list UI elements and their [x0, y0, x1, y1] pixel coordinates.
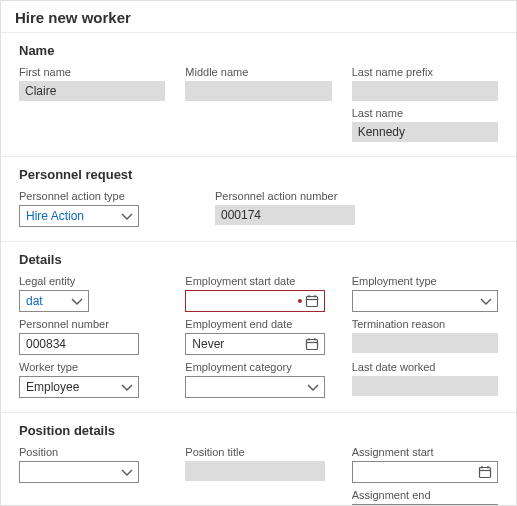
personnel-number-value: 000834: [26, 337, 66, 351]
worker-type-label: Worker type: [19, 361, 165, 373]
first-name-field: Claire: [19, 81, 165, 101]
legal-entity-value: dat: [26, 294, 43, 308]
calendar-icon[interactable]: [304, 294, 320, 308]
worker-type-value: Employee: [26, 380, 79, 394]
emp-end-label: Employment end date: [185, 318, 331, 330]
emp-start-field[interactable]: •: [185, 290, 325, 312]
chevron-down-icon: [306, 381, 320, 393]
position-title-field: [185, 461, 325, 481]
position-select[interactable]: [19, 461, 139, 483]
middle-name-label: Middle name: [185, 66, 331, 78]
calendar-icon[interactable]: [477, 465, 493, 479]
chevron-down-icon: [120, 466, 134, 478]
legal-entity-select[interactable]: dat: [19, 290, 89, 312]
worker-type-select[interactable]: Employee: [19, 376, 139, 398]
section-name: Name First name Claire Middle name Last …: [1, 32, 516, 156]
page-title: Hire new worker: [1, 1, 516, 32]
last-name-field: Kennedy: [352, 122, 498, 142]
calendar-icon[interactable]: [304, 337, 320, 351]
term-reason-label: Termination reason: [352, 318, 498, 330]
action-type-value: Hire Action: [26, 209, 84, 223]
chevron-down-icon: [120, 210, 134, 222]
last-name-prefix-field: [352, 81, 498, 101]
emp-end-value: Never: [192, 337, 224, 351]
assign-end-label: Assignment end: [352, 489, 498, 501]
legal-entity-label: Legal entity: [19, 275, 165, 287]
last-name-prefix-label: Last name prefix: [352, 66, 498, 78]
term-reason-field: [352, 333, 498, 353]
chevron-down-icon: [70, 295, 84, 307]
section-position: Position details Position Position title…: [1, 412, 516, 506]
section-title-name: Name: [19, 39, 498, 66]
position-title-label: Position title: [185, 446, 331, 458]
chevron-down-icon: [120, 381, 134, 393]
action-number-field: 000174: [215, 205, 355, 225]
required-indicator-icon: •: [297, 294, 302, 308]
position-label: Position: [19, 446, 165, 458]
emp-cat-select[interactable]: [185, 376, 325, 398]
emp-type-label: Employment type: [352, 275, 498, 287]
action-type-select[interactable]: Hire Action: [19, 205, 139, 227]
emp-type-select[interactable]: [352, 290, 498, 312]
section-title-personnel: Personnel request: [19, 163, 498, 190]
personnel-number-field[interactable]: 000834: [19, 333, 139, 355]
section-title-position: Position details: [19, 419, 498, 446]
emp-end-field[interactable]: Never: [185, 333, 325, 355]
section-personnel: Personnel request Personnel action type …: [1, 156, 516, 241]
middle-name-field: [185, 81, 331, 101]
emp-start-label: Employment start date: [185, 275, 331, 287]
chevron-down-icon: [479, 295, 493, 307]
emp-cat-label: Employment category: [185, 361, 331, 373]
personnel-number-label: Personnel number: [19, 318, 165, 330]
action-type-label: Personnel action type: [19, 190, 179, 202]
assign-start-label: Assignment start: [352, 446, 498, 458]
last-worked-label: Last date worked: [352, 361, 498, 373]
action-number-label: Personnel action number: [215, 190, 498, 202]
section-details: Details Legal entity dat Employment star…: [1, 241, 516, 412]
assign-start-field[interactable]: [352, 461, 498, 483]
section-title-details: Details: [19, 248, 498, 275]
last-worked-field: [352, 376, 498, 396]
last-name-label: Last name: [352, 107, 498, 119]
first-name-label: First name: [19, 66, 165, 78]
